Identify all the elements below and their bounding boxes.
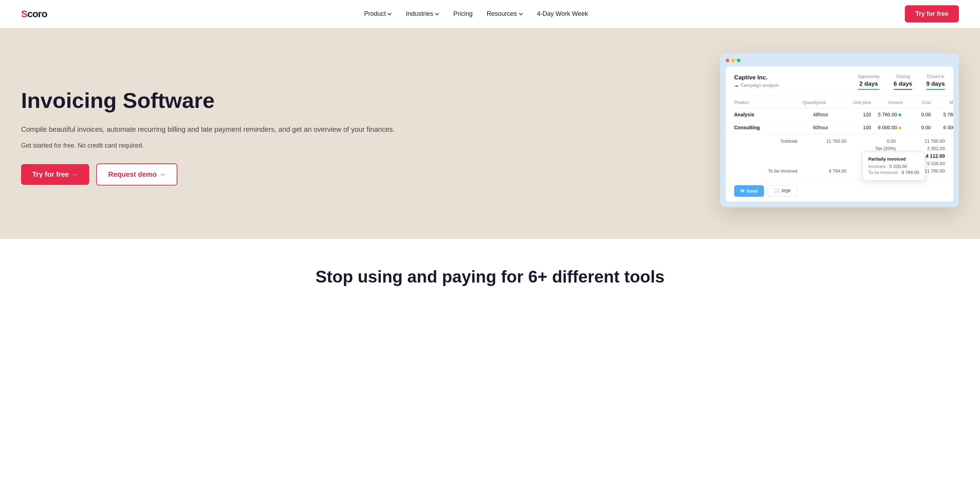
- window-dot-red: [726, 59, 729, 62]
- row2-qty: 60: [790, 125, 818, 130]
- window-dot-yellow: [731, 59, 735, 62]
- stat-bar-closed: [926, 89, 945, 90]
- tax-amount: 2 352.00: [917, 146, 945, 151]
- hero-left: Invoicing Software Compile beautiful inv…: [21, 75, 471, 185]
- app-screenshot: Captive Inc. ☁ Campaign analysis Opportu…: [720, 53, 959, 207]
- total-tax: Tax (20%) 2 352.00: [734, 146, 945, 151]
- col-unit: Unit: [818, 100, 840, 105]
- tooltip-invoiced-val: 5 328.00: [889, 164, 907, 169]
- cloud-icon: ☁: [734, 83, 739, 88]
- subtotal-label: Subtotal: [762, 139, 797, 144]
- logo[interactable]: Scoro: [21, 8, 47, 20]
- hero-section: Invoicing Software Compile beautiful inv…: [0, 28, 980, 239]
- row1-margin: 5 760.00: [931, 112, 953, 117]
- app-content: Captive Inc. ☁ Campaign analysis Opportu…: [726, 66, 953, 202]
- hero-sub: Get started for free. No credit card req…: [21, 142, 457, 149]
- stat-opportunity: Opportunity 2 days: [858, 74, 880, 90]
- col-product: Product: [734, 100, 790, 105]
- pdf-label: PDF: [782, 188, 791, 194]
- row2-product: Consulting: [734, 125, 790, 130]
- row2-cost: 0.00: [903, 125, 931, 130]
- to-be-invoiced-label: To be invoiced: [762, 168, 797, 174]
- tooltip-to-invoice-label: To be invoiced:: [868, 170, 899, 175]
- row2-margin: 6 000.00: [931, 125, 953, 130]
- status-dot-green: [899, 113, 901, 116]
- company-name: Captive Inc.: [734, 74, 779, 81]
- invoice-actions: ✉ Send 📄 PDF: [726, 180, 953, 202]
- col-quantity: Quantity: [790, 100, 818, 105]
- row1-amount: 5 760.00: [871, 112, 903, 117]
- total-subtotal: Subtotal 11 760.00 0.00 11 760.00: [734, 139, 945, 144]
- logo-s: S: [21, 8, 27, 19]
- row1-qty: 48: [790, 112, 818, 117]
- row1-price: 120: [840, 112, 871, 117]
- nav-label-product: Product: [364, 10, 386, 18]
- row2-amount: 6 000.00: [871, 125, 903, 130]
- col-amount: Amount: [871, 100, 903, 105]
- nav-item-workweek[interactable]: 4-Day Work Week: [537, 10, 588, 18]
- status-dot-yellow: [899, 126, 901, 129]
- table-header: Product Quantity Unit Unit price Amount …: [734, 96, 945, 108]
- table-row: Analysis 48 hour 120 5 760.00 0.00 5 760…: [734, 108, 945, 121]
- hero-right: Captive Inc. ☁ Campaign analysis Opportu…: [471, 53, 959, 207]
- send-button[interactable]: ✉ Send: [734, 185, 764, 197]
- company-info: Captive Inc. ☁ Campaign analysis: [734, 74, 779, 88]
- hero-buttons: Try for free → Request demo →: [21, 163, 457, 185]
- tooltip-invoiced-label: Invoiced:: [868, 164, 886, 169]
- nav-item-product[interactable]: Product: [364, 10, 391, 18]
- logo-rest: coro: [27, 8, 48, 19]
- request-demo-button[interactable]: Request demo →: [96, 163, 177, 185]
- tax-label: Tax (20%): [861, 146, 896, 151]
- nav-item-industries[interactable]: Industries: [406, 10, 439, 18]
- nav-item-resources[interactable]: Resources: [487, 10, 523, 18]
- row2-unit: hour: [818, 125, 840, 130]
- subtotal-cost: 0.00: [868, 139, 896, 144]
- col-margin: Margin: [931, 100, 953, 105]
- subtotal-margin: 11 760.00: [917, 139, 945, 144]
- bottom-title: Stop using and paying for 6+ different t…: [21, 267, 959, 286]
- stat-bar-closing: [894, 89, 912, 90]
- tooltip-invoiced-row: Invoiced: 5 328.00: [868, 164, 919, 169]
- row1-cost: 0.00: [903, 112, 931, 117]
- nav-label-workweek: 4-Day Work Week: [537, 10, 588, 18]
- invoice-stats: Opportunity 2 days Closing 6 days Closed…: [858, 74, 945, 90]
- invoice-header: Captive Inc. ☁ Campaign analysis Opportu…: [726, 66, 953, 96]
- subtotal-amount: 11 760.00: [818, 139, 846, 144]
- col-unit-price: Unit price: [840, 100, 871, 105]
- navigation: Scoro Product Industries Pricing Resourc…: [0, 0, 980, 28]
- window-dot-green: [737, 59, 740, 62]
- invoice-table: Product Quantity Unit Unit price Amount …: [726, 96, 953, 134]
- send-icon: ✉: [740, 188, 744, 194]
- tooltip-to-invoice-val: 8 784.00: [901, 170, 919, 175]
- pdf-icon: 📄: [774, 188, 780, 194]
- pdf-button[interactable]: 📄 PDF: [767, 185, 798, 197]
- nav-label-pricing: Pricing: [453, 10, 473, 18]
- tooltip-to-invoice-row: To be invoiced: 8 784.00: [868, 170, 919, 175]
- row1-product: Analysis: [734, 112, 790, 117]
- tooltip-title: Partially invoiced: [868, 156, 919, 162]
- nav-links: Product Industries Pricing Resources 4-D…: [364, 10, 588, 18]
- invoice-totals: Partially invoiced Invoiced: 5 328.00 To…: [726, 134, 953, 180]
- table-row: Consulting 60 hour 100 6 000.00 0.00 6 0…: [734, 121, 945, 134]
- bottom-section: Stop using and paying for 6+ different t…: [0, 239, 980, 314]
- row2-price: 100: [840, 125, 871, 130]
- app-titlebar: [726, 59, 953, 62]
- nav-item-pricing[interactable]: Pricing: [453, 10, 473, 18]
- stat-closing: Closing 6 days: [894, 74, 912, 90]
- nav-try-free-button[interactable]: Try for free: [905, 5, 959, 22]
- campaign-sub: ☁ Campaign analysis: [734, 83, 779, 88]
- col-cost: Cost: [903, 100, 931, 105]
- nav-label-industries: Industries: [406, 10, 433, 18]
- hero-description: Compile beautiful invoices, automate rec…: [21, 124, 457, 135]
- nav-label-resources: Resources: [487, 10, 517, 18]
- stat-closed-in: Closed in 9 days: [926, 74, 945, 90]
- partially-invoiced-tooltip: Partially invoiced Invoiced: 5 328.00 To…: [862, 152, 925, 180]
- row1-unit: hour: [818, 112, 840, 117]
- send-label: Send: [746, 188, 758, 194]
- to-be-invoiced-amount: 8 784.00: [818, 168, 846, 174]
- hero-title: Invoicing Software: [21, 89, 457, 112]
- try-free-button[interactable]: Try for free →: [21, 164, 89, 185]
- stat-bar-opportunity: [858, 89, 880, 90]
- logo-text: Scoro: [21, 8, 47, 20]
